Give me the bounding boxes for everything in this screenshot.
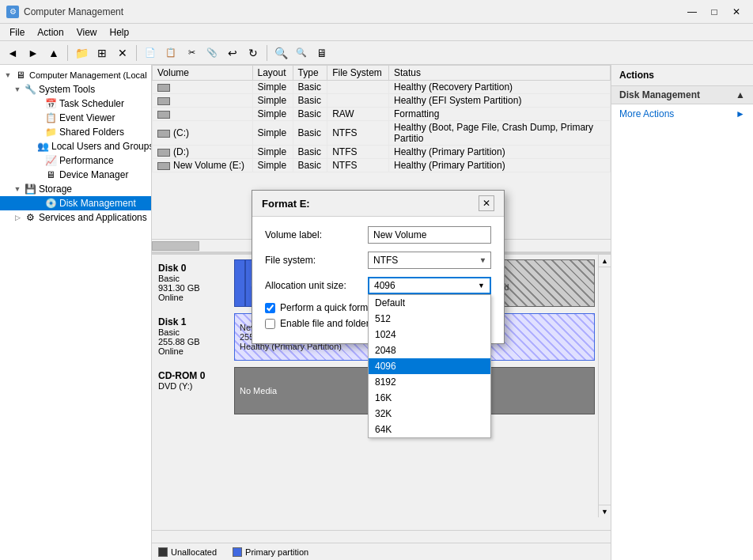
- modal-overlay: Format E: ✕ Volume label: File system: N…: [0, 0, 753, 560]
- option-16k[interactable]: 16K: [369, 390, 490, 406]
- option-8192[interactable]: 8192: [369, 374, 490, 390]
- allocation-label: Allocation unit size:: [265, 277, 368, 291]
- option-64k[interactable]: 64K: [369, 422, 490, 437]
- format-dialog: Format E: ✕ Volume label: File system: N…: [252, 190, 505, 344]
- volume-label-input[interactable]: [368, 226, 491, 244]
- folder-compress-label: Enable file and folder: [280, 318, 369, 329]
- option-1024[interactable]: 1024: [369, 327, 490, 342]
- dialog-body: Volume label: File system: NTFS FAT32 ex…: [252, 217, 504, 343]
- filesystem-select[interactable]: NTFS FAT32 exFAT: [368, 252, 491, 269]
- filesystem-row: File system: NTFS FAT32 exFAT ▼: [265, 252, 491, 269]
- dialog-title: Format E:: [262, 198, 310, 210]
- dialog-title-bar: Format E: ✕: [252, 191, 504, 217]
- option-4096[interactable]: 4096: [369, 358, 490, 374]
- folder-compress-checkbox[interactable]: [265, 319, 275, 329]
- option-512[interactable]: 512: [369, 311, 490, 327]
- allocation-dropdown: 4096 ▼ Default 512 1024 2048 4096 8192 1…: [368, 277, 491, 294]
- option-32k[interactable]: 32K: [369, 406, 490, 422]
- allocation-arrow: ▼: [478, 282, 485, 289]
- allocation-options-list: Default 512 1024 2048 4096 8192 16K 32K …: [368, 294, 491, 438]
- filesystem-label: File system:: [265, 255, 368, 266]
- filesystem-select-wrapper: NTFS FAT32 exFAT ▼: [368, 252, 491, 269]
- allocation-row: Allocation unit size: 4096 ▼ Default 512…: [265, 277, 491, 294]
- allocation-input[interactable]: 4096 ▼: [368, 277, 491, 294]
- volume-label-text: Volume label:: [265, 229, 368, 240]
- option-2048[interactable]: 2048: [369, 342, 490, 358]
- quick-format-checkbox[interactable]: [265, 303, 275, 313]
- allocation-value: 4096: [374, 280, 395, 291]
- quick-format-label: Perform a quick format: [280, 302, 376, 313]
- option-default[interactable]: Default: [369, 295, 490, 311]
- volume-label-control: [368, 226, 491, 244]
- volume-label-row: Volume label:: [265, 226, 491, 244]
- dialog-close-button[interactable]: ✕: [479, 195, 494, 211]
